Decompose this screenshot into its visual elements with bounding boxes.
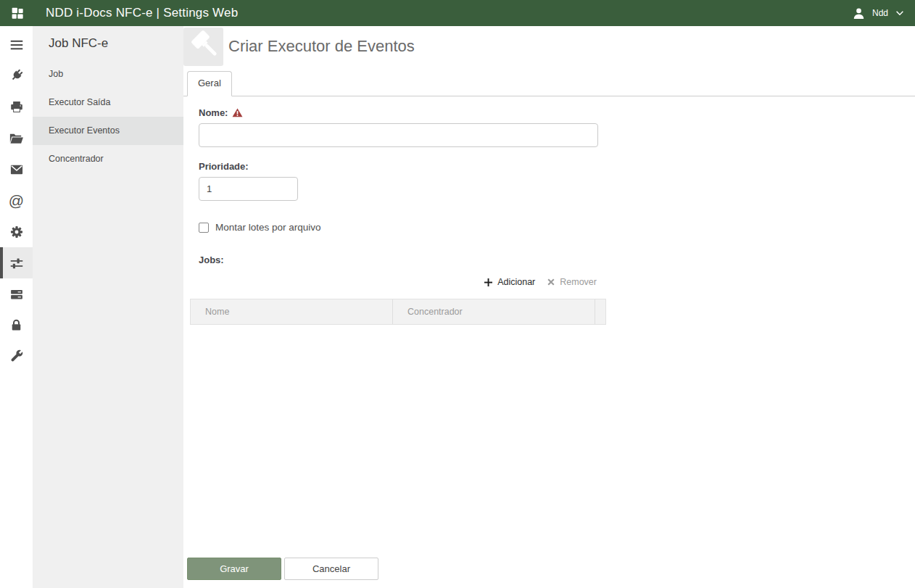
required-warning-icon <box>232 108 243 117</box>
save-button[interactable]: Gravar <box>187 558 281 580</box>
add-job-label: Adicionar <box>497 277 535 287</box>
column-header-nome[interactable]: Nome <box>191 299 392 324</box>
form-actions: Gravar Cancelar <box>187 558 378 580</box>
grid-icon <box>10 6 25 21</box>
main-content: Criar Executor de Eventos Geral Nome: Pr… <box>183 26 915 588</box>
sidebar-title: Job NFC-e <box>49 36 183 51</box>
jobs-grid-toolbar: Adicionar Remover <box>190 271 606 293</box>
server-icon <box>9 286 25 302</box>
user-icon <box>852 7 866 20</box>
rail-item-plug[interactable] <box>0 60 33 91</box>
montar-lotes-checkbox[interactable] <box>199 223 209 233</box>
nome-label-row: Nome: <box>199 107 915 118</box>
tabstrip: Geral <box>183 70 915 96</box>
rail-item-jobs[interactable] <box>0 247 33 278</box>
topbar: NDD i-Docs NFC-e | Settings Web Ndd <box>0 0 915 26</box>
sidebar-item-concentrador[interactable]: Concentrador <box>33 145 183 173</box>
page-header: Criar Executor de Eventos <box>183 26 915 70</box>
plug-icon <box>9 68 24 83</box>
nome-input[interactable] <box>199 123 598 147</box>
lock-icon <box>9 318 24 333</box>
montar-lotes-checkbox-row[interactable]: Montar lotes por arquivo <box>199 222 915 233</box>
remove-job-button[interactable]: Remover <box>547 277 597 287</box>
column-header-concentrador[interactable]: Concentrador <box>392 299 595 324</box>
sidebar-item-executor-eventos[interactable]: Executor Eventos <box>33 117 183 145</box>
rail-item-server[interactable] <box>0 278 33 310</box>
at-sign-icon: @ <box>9 193 24 208</box>
sidebar-list: Job Executor Saída Executor Eventos Conc… <box>33 60 183 173</box>
column-header-filler <box>595 299 605 324</box>
rail-item-menu[interactable] <box>0 29 33 60</box>
jobs-grid: Adicionar Remover Nome Concentrador <box>190 271 606 325</box>
jobs-label: Jobs: <box>199 254 915 265</box>
x-icon <box>547 278 555 286</box>
gavel-icon <box>183 28 223 66</box>
chevron-down-icon <box>895 8 905 18</box>
cancel-button[interactable]: Cancelar <box>284 558 378 580</box>
wrench-icon <box>9 349 24 364</box>
montar-lotes-label: Montar lotes por arquivo <box>215 222 321 233</box>
plus-icon <box>484 278 492 286</box>
gear-icon <box>9 224 25 240</box>
sliders-icon <box>9 255 25 271</box>
user-menu[interactable]: Ndd <box>852 7 905 20</box>
prioridade-block: Prioridade: <box>199 161 915 201</box>
folder-open-icon <box>8 130 25 146</box>
prioridade-label: Prioridade: <box>199 161 915 172</box>
envelope-icon <box>9 162 25 178</box>
rail-item-tools[interactable] <box>0 341 33 372</box>
form: Nome: Prioridade: Montar lotes por arqui… <box>183 96 915 325</box>
jobs-grid-header: Nome Concentrador <box>190 299 606 325</box>
tab-geral[interactable]: Geral <box>187 71 232 96</box>
rail-item-folder[interactable] <box>0 123 33 154</box>
remove-job-label: Remover <box>560 277 597 287</box>
sidebar-item-job[interactable]: Job <box>33 60 183 88</box>
app-title: NDD i-Docs NFC-e | Settings Web <box>46 6 238 20</box>
rail-item-email[interactable]: @ <box>0 185 33 216</box>
sidebar-item-executor-saida[interactable]: Executor Saída <box>33 88 183 117</box>
printer-icon <box>9 99 25 115</box>
menu-icon <box>9 37 25 53</box>
add-job-button[interactable]: Adicionar <box>484 277 535 287</box>
app-grid-icon[interactable] <box>9 4 26 22</box>
page-title: Criar Executor de Eventos <box>228 37 415 56</box>
prioridade-input[interactable] <box>199 177 298 201</box>
user-name: Ndd <box>872 8 888 18</box>
sidebar: Job NFC-e Job Executor Saída Executor Ev… <box>33 26 183 588</box>
rail-item-security[interactable] <box>0 310 33 341</box>
rail-item-envelope[interactable] <box>0 154 33 185</box>
nome-label: Nome: <box>199 107 228 118</box>
rail-item-printer[interactable] <box>0 91 33 123</box>
rail-item-settings[interactable] <box>0 216 33 247</box>
icon-rail: @ <box>0 26 33 588</box>
